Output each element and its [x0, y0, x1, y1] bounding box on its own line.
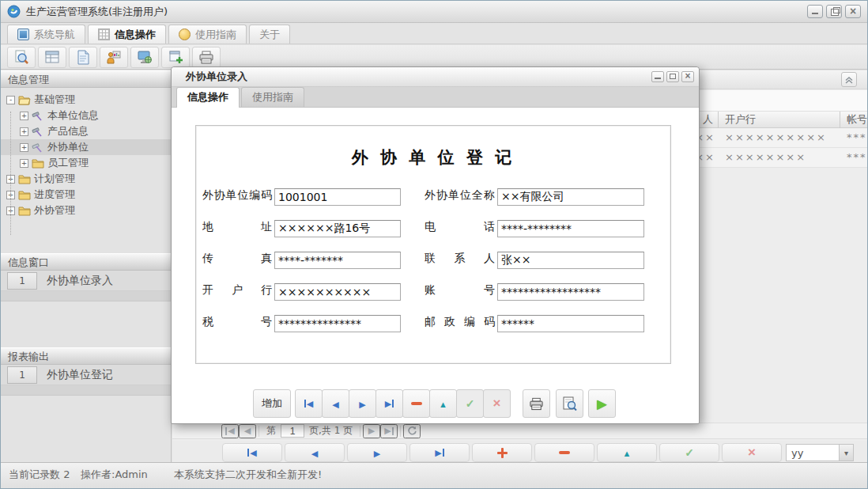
sidebar-section-info-window[interactable]: 信息窗口 [1, 253, 171, 271]
add-record-button[interactable] [472, 443, 532, 462]
collapse-expander-icon[interactable]: - [6, 96, 15, 104]
field-fax: 传真 [202, 252, 272, 269]
add-button[interactable]: 增加 [253, 389, 291, 418]
dialog-title-bar[interactable]: 外协单位录入 [172, 67, 699, 87]
printer-icon [198, 51, 214, 64]
tree-item-label: 本单位信息 [47, 108, 99, 123]
page-number-input[interactable] [281, 424, 304, 438]
nav-prev-button[interactable] [322, 389, 349, 418]
tree-item-label: 计划管理 [34, 172, 75, 186]
collapse-panel-button[interactable] [841, 72, 857, 87]
tree-item-base-management[interactable]: - 基础管理 [1, 92, 171, 108]
edit-record-button[interactable] [429, 389, 457, 418]
nav-first-button[interactable] [222, 443, 282, 462]
bank-input[interactable] [274, 283, 401, 301]
post-record-button[interactable] [659, 443, 719, 462]
dialog-toolbar: 增加 [172, 389, 699, 418]
tax-number-input[interactable] [274, 315, 401, 332]
fax-input[interactable] [274, 252, 401, 269]
pager-last-button[interactable] [380, 424, 398, 438]
tree-item-progress-management[interactable]: + 进度管理 [1, 187, 171, 203]
postal-code-input[interactable] [497, 315, 644, 332]
tree-item-product-info[interactable]: + 产品信息 [1, 123, 171, 139]
minus-icon [559, 451, 570, 454]
pager-next-button[interactable] [363, 424, 380, 438]
pager-refresh-button[interactable] [403, 424, 421, 438]
restore-button[interactable] [826, 5, 842, 18]
tree-item-company-info[interactable]: + 本单位信息 [1, 108, 171, 123]
pager-prev-button[interactable] [239, 424, 256, 438]
dialog-maximize-button[interactable] [666, 71, 679, 82]
post-record-button[interactable] [456, 389, 484, 418]
next-record-icon [374, 447, 380, 459]
printer-button[interactable] [192, 47, 221, 68]
tab-information-operation[interactable]: 信息操作 [88, 25, 166, 44]
expand-expander-icon[interactable]: + [20, 112, 28, 120]
document-button[interactable] [69, 47, 97, 68]
report-output-item[interactable]: 1 外协单位登记 [1, 365, 171, 385]
print-preview-button[interactable] [556, 389, 583, 418]
triangle-up-icon [623, 447, 632, 459]
unit-name-input[interactable] [497, 188, 644, 206]
close-button[interactable] [845, 5, 861, 18]
delete-record-button[interactable] [534, 443, 594, 462]
cell-account: *** [840, 148, 867, 168]
search-document-button[interactable] [7, 47, 36, 68]
printer-icon [529, 397, 544, 411]
expand-expander-icon[interactable]: + [20, 143, 28, 152]
delete-record-button[interactable] [402, 389, 430, 418]
dialog-tab-information-operation[interactable]: 信息操作 [176, 87, 240, 108]
new-window-button[interactable] [161, 47, 190, 68]
tab-system-navigation[interactable]: 系统导航 [7, 25, 85, 44]
edit-record-button[interactable] [597, 443, 657, 462]
field-bank: 开户行 [202, 283, 272, 301]
print-button[interactable] [523, 389, 550, 418]
nav-prev-button[interactable] [285, 443, 345, 462]
nav-next-button[interactable] [349, 389, 376, 418]
filter-dropdown[interactable]: yy ▾ [786, 444, 854, 461]
nav-first-button[interactable] [295, 389, 323, 418]
x-icon [493, 398, 501, 410]
nav-last-button[interactable] [409, 443, 470, 462]
tree-item-employee-management[interactable]: + 员工管理 [1, 155, 171, 171]
field-label: 账号 [425, 283, 495, 298]
tab-user-guide[interactable]: 使用指南 [168, 25, 247, 44]
sidebar-section-info-management[interactable]: 信息管理 [1, 70, 171, 88]
dialog-minimize-button[interactable] [651, 71, 664, 82]
sidebar-section-report-output[interactable]: 报表输出 [1, 347, 171, 365]
item-label: 外协单位录入 [47, 274, 113, 288]
tree-item-plan-management[interactable]: + 计划管理 [1, 171, 171, 187]
dialog-close-button[interactable] [681, 71, 694, 82]
unit-code-input[interactable] [274, 188, 401, 206]
cancel-record-button[interactable] [483, 389, 511, 418]
monitor-globe-button[interactable] [130, 47, 159, 68]
cancel-record-button[interactable] [722, 443, 782, 462]
system-navigation-icon [17, 28, 29, 40]
nav-next-button[interactable] [347, 443, 407, 462]
triangle-up-icon [439, 398, 447, 410]
grid-column-bank[interactable]: 开户行 [719, 112, 840, 128]
expand-expander-icon[interactable]: + [20, 159, 28, 168]
info-window-item[interactable]: 1 外协单位录入 [1, 271, 171, 291]
personnel-button[interactable] [100, 47, 128, 68]
execute-button[interactable] [588, 389, 616, 418]
nav-last-button[interactable] [376, 389, 403, 418]
dialog-tab-user-guide[interactable]: 使用指南 [241, 87, 304, 107]
dialog-title: 外协单位录入 [186, 70, 247, 84]
tree-item-outsourcing-management[interactable]: + 外协管理 [1, 203, 171, 218]
contact-input[interactable] [497, 252, 644, 269]
minimize-button[interactable] [807, 5, 823, 18]
account-input[interactable] [497, 283, 644, 301]
refresh-icon [407, 426, 417, 436]
tab-about[interactable]: 关于 [249, 25, 290, 44]
operator-status: 操作者:Admin [81, 468, 148, 482]
grid-column-account[interactable]: 帐号 [840, 112, 867, 128]
pager-first-button[interactable] [221, 424, 239, 438]
tree-item-outsourcing-unit[interactable]: + 外协单位 [1, 139, 171, 155]
address-input[interactable] [274, 220, 401, 237]
data-table-button[interactable] [38, 47, 66, 68]
open-folder-icon [18, 95, 31, 105]
phone-input[interactable] [497, 220, 644, 237]
last-record-icon [435, 448, 443, 458]
expand-expander-icon[interactable]: + [20, 127, 28, 136]
